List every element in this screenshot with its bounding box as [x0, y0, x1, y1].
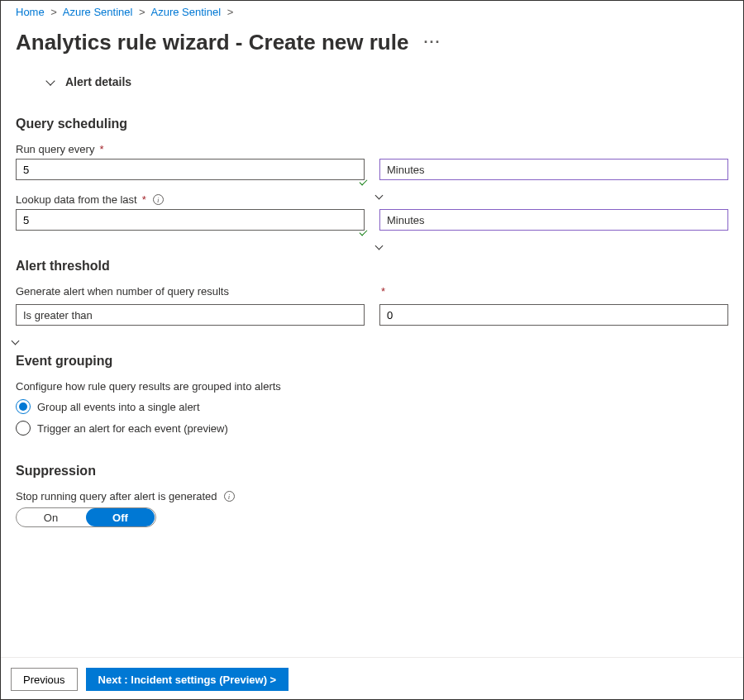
- required-indicator: *: [142, 193, 146, 206]
- radio-icon: [16, 399, 31, 414]
- event-grouping-option-single-alert[interactable]: Group all events into a single alert: [16, 399, 728, 414]
- chevron-down-icon: [45, 77, 55, 87]
- chevron-right-icon: >: [139, 6, 145, 18]
- lookup-unit-select[interactable]: Minutes: [379, 209, 728, 231]
- alert-threshold-heading: Alert threshold: [16, 259, 728, 274]
- alert-threshold-operator-select[interactable]: Is greater than: [16, 304, 365, 326]
- more-actions-icon[interactable]: ···: [423, 34, 441, 51]
- suppression-heading: Suppression: [16, 464, 728, 479]
- event-grouping-option-each-event[interactable]: Trigger an alert for each event (preview…: [16, 421, 728, 436]
- breadcrumb-azure-sentinel-1[interactable]: Azure Sentinel: [63, 6, 133, 18]
- alert-threshold-value-input[interactable]: [379, 304, 728, 326]
- previous-button[interactable]: Previous: [11, 668, 78, 691]
- suppression-label: Stop running query after alert is genera…: [16, 490, 728, 502]
- info-icon[interactable]: i: [153, 194, 164, 205]
- lookup-unit-value: Minutes: [387, 214, 425, 226]
- required-indicator: *: [381, 285, 385, 298]
- event-grouping-option-each-event-label: Trigger an alert for each event (preview…: [37, 422, 228, 435]
- suppression-toggle[interactable]: On Off: [16, 507, 156, 527]
- alert-details-label: Alert details: [65, 75, 131, 88]
- run-query-every-unit-select[interactable]: Minutes: [379, 159, 728, 180]
- radio-icon: [16, 421, 31, 436]
- query-scheduling-heading: Query scheduling: [16, 117, 728, 131]
- alert-details-toggle[interactable]: Alert details: [45, 75, 728, 88]
- page-title-text: Analytics rule wizard - Create new rule: [16, 30, 408, 55]
- suppression-toggle-off[interactable]: Off: [86, 508, 155, 526]
- run-query-every-label: Run query every*: [16, 143, 728, 155]
- run-query-every-value-input[interactable]: [16, 159, 365, 180]
- breadcrumb: Home > Azure Sentinel > Azure Sentinel >: [16, 6, 728, 21]
- lookup-value-input[interactable]: [16, 209, 365, 231]
- event-grouping-heading: Event grouping: [16, 354, 728, 369]
- chevron-right-icon: >: [227, 6, 234, 18]
- page-title: Analytics rule wizard - Create new rule …: [16, 30, 728, 55]
- breadcrumb-home[interactable]: Home: [16, 6, 45, 18]
- info-icon[interactable]: i: [224, 491, 235, 502]
- breadcrumb-azure-sentinel-2[interactable]: Azure Sentinel: [151, 6, 222, 18]
- event-grouping-option-single-alert-label: Group all events into a single alert: [37, 401, 200, 413]
- event-grouping-description: Configure how rule query results are gro…: [16, 380, 728, 393]
- chevron-right-icon: >: [50, 6, 57, 18]
- alert-threshold-label: Generate alert when number of query resu…: [16, 285, 365, 298]
- suppression-toggle-on[interactable]: On: [17, 508, 85, 526]
- alert-threshold-value-label: *: [379, 285, 728, 298]
- next-button[interactable]: Next : Incident settings (Preview) >: [86, 668, 289, 691]
- required-indicator: *: [99, 143, 103, 155]
- run-query-every-unit-value: Minutes: [387, 164, 425, 176]
- lookup-data-label: Lookup data from the last* i: [16, 193, 728, 206]
- wizard-footer: Previous Next : Incident settings (Previ…: [1, 657, 743, 699]
- alert-threshold-operator-value: Is greater than: [23, 309, 93, 321]
